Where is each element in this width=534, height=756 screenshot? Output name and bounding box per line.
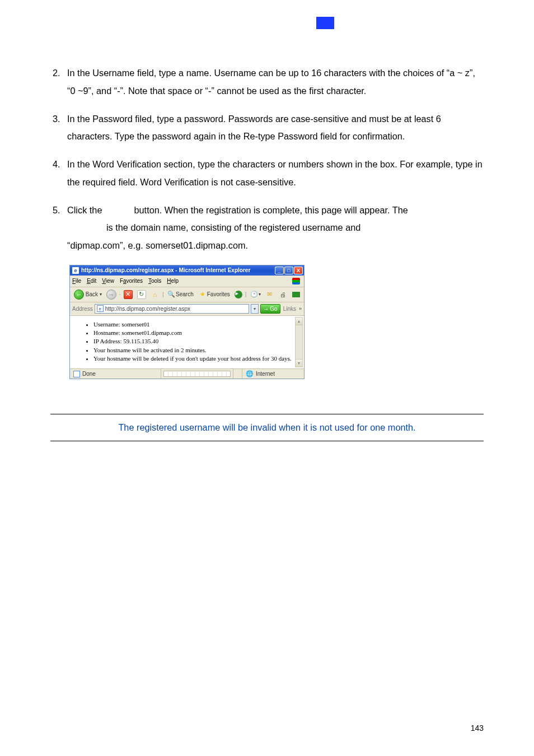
- address-url: http://ns.dipmap.com/register.aspx: [105, 306, 190, 312]
- list-item-2: 2. In the Username field, type a name. U…: [50, 64, 484, 100]
- address-bar: Address e http://ns.dipmap.com/register.…: [70, 302, 304, 316]
- print-button[interactable]: 🖨: [277, 289, 289, 300]
- links-chevron-icon[interactable]: »: [299, 306, 302, 311]
- list-item-4: 4. In the Word Verification section, typ…: [50, 156, 484, 192]
- refresh-button[interactable]: ↻: [135, 289, 148, 300]
- menu-view[interactable]: View: [102, 278, 114, 284]
- windows-flag-icon: [291, 277, 302, 286]
- toolbar: ← Back ▾ → · ✕ ↻ ⌂ | 🔍Search ★Favorites …: [70, 287, 304, 302]
- menu-help[interactable]: Help: [167, 278, 179, 284]
- item5-line2: is the domain name, consisting of the re…: [106, 222, 360, 232]
- list-number: 3.: [50, 110, 67, 146]
- scrollbar[interactable]: ▴ ▾: [295, 317, 303, 367]
- favorites-button[interactable]: ★Favorites: [196, 289, 232, 300]
- menu-tools[interactable]: Tools: [148, 278, 161, 284]
- address-dropdown-icon[interactable]: ▾: [251, 304, 259, 314]
- note-box: The registered username will be invalid …: [50, 414, 484, 441]
- menu-file[interactable]: File: [72, 278, 81, 284]
- globe-icon: 🌐: [246, 370, 254, 377]
- menu-edit[interactable]: Edit: [87, 278, 96, 284]
- list-number: 2.: [50, 64, 67, 100]
- messenger-button[interactable]: [291, 289, 302, 300]
- done-icon: [73, 371, 80, 377]
- menu-favorites[interactable]: Favorites: [120, 278, 143, 284]
- list-item-3: 3. In the Password filed, type a passwor…: [50, 110, 484, 146]
- page-content: 2. In the Username field, type a name. U…: [50, 64, 484, 441]
- forward-button[interactable]: →: [105, 289, 118, 300]
- item5-line1a: Click the: [67, 205, 102, 215]
- header-blue-marker: [316, 17, 334, 29]
- minimize-button[interactable]: _: [275, 267, 284, 274]
- close-button[interactable]: X: [294, 267, 303, 274]
- address-label: Address: [72, 306, 93, 312]
- search-button[interactable]: 🔍Search: [165, 289, 195, 300]
- back-button[interactable]: ← Back ▾: [72, 289, 104, 300]
- stop-button[interactable]: ✕: [122, 289, 134, 300]
- result-username: Username: somerset01: [93, 320, 294, 328]
- separator: |: [245, 291, 247, 297]
- browser-content: Username: somerset01 Hostname: somerset0…: [70, 316, 304, 368]
- list-text: In the Password filed, type a password. …: [67, 110, 484, 146]
- status-zone: 🌐 Internet: [242, 369, 304, 379]
- scroll-down-icon[interactable]: ▾: [296, 359, 302, 367]
- ie-page-icon: e: [72, 267, 79, 274]
- item5-line1b: button. When the registration is complet…: [134, 205, 408, 215]
- item5-line3: “dipmap.com”, e.g. somerset01.dipmap.com…: [67, 240, 248, 250]
- links-label[interactable]: Links: [282, 306, 297, 312]
- status-blank: [233, 369, 242, 379]
- status-progress: [161, 369, 233, 379]
- window-title: http://ns.dipmap.com/register.aspx - Mic…: [81, 267, 274, 273]
- media-button[interactable]: ►: [233, 289, 244, 300]
- history-button[interactable]: 🕑▾: [248, 289, 263, 300]
- go-button[interactable]: →Go: [260, 304, 280, 314]
- list-number: 5.: [50, 202, 67, 255]
- result-deletion: Your hostname will be deleted if you don…: [93, 354, 294, 362]
- status-done: Done: [70, 369, 161, 379]
- list-text: In the Word Verification section, type t…: [67, 156, 484, 192]
- list-number: 4.: [50, 156, 67, 192]
- separator: |: [162, 291, 164, 297]
- result-ip: IP Address: 59.115.135.40: [93, 337, 294, 345]
- progress-bar: [163, 371, 231, 377]
- separator: ·: [119, 291, 121, 297]
- maximize-button[interactable]: □: [284, 267, 293, 274]
- note-text: The registered username will be invalid …: [118, 422, 415, 432]
- ie-window: e http://ns.dipmap.com/register.aspx - M…: [69, 265, 305, 379]
- list-text: Click the button. When the registration …: [67, 202, 484, 255]
- list-item-5: 5. Click the button. When the registrati…: [50, 202, 484, 255]
- page-icon: e: [97, 305, 104, 312]
- page-number: 143: [471, 724, 484, 732]
- menubar: File Edit View Favorites Tools Help: [70, 276, 304, 287]
- result-hostname: Hostname: somerset01.dipmap.com: [93, 329, 294, 337]
- result-activation: Your hostname will be activated in 2 min…: [93, 346, 294, 354]
- mail-button[interactable]: ✉: [264, 289, 276, 300]
- address-input[interactable]: e http://ns.dipmap.com/register.aspx: [95, 304, 250, 314]
- list-text: In the Username field, type a name. User…: [67, 64, 484, 100]
- home-button[interactable]: ⌂: [149, 289, 161, 300]
- status-bar: Done 🌐 Internet: [70, 368, 304, 379]
- titlebar: e http://ns.dipmap.com/register.aspx - M…: [70, 265, 304, 276]
- scroll-up-icon[interactable]: ▴: [296, 318, 302, 325]
